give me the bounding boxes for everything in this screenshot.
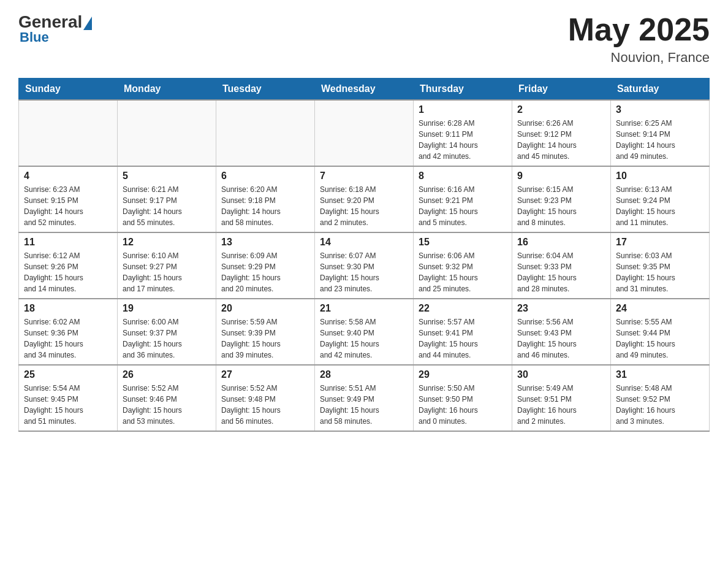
day-number: 30: [517, 369, 605, 380]
page-header: General Blue May 2025 Nouvion, France: [18, 12, 710, 66]
day-number: 16: [517, 237, 605, 248]
table-row: 24Sunrise: 5:55 AMSunset: 9:44 PMDayligh…: [611, 299, 710, 365]
table-row: 1Sunrise: 6:28 AMSunset: 9:11 PMDaylight…: [414, 100, 512, 166]
day-info: Sunrise: 6:26 AMSunset: 9:12 PMDaylight:…: [517, 118, 605, 162]
col-thursday: Thursday: [414, 79, 512, 101]
table-row: 14Sunrise: 6:07 AMSunset: 9:30 PMDayligh…: [315, 232, 414, 299]
day-info: Sunrise: 6:09 AMSunset: 9:29 PMDaylight:…: [221, 250, 309, 294]
day-info: Sunrise: 6:16 AMSunset: 9:21 PMDaylight:…: [419, 184, 507, 228]
table-row: 18Sunrise: 6:02 AMSunset: 9:36 PMDayligh…: [19, 299, 118, 365]
day-number: 4: [24, 170, 112, 182]
day-number: 11: [24, 237, 112, 248]
table-row: 3Sunrise: 6:25 AMSunset: 9:14 PMDaylight…: [611, 100, 710, 166]
day-number: 14: [320, 237, 408, 248]
table-row: 31Sunrise: 5:48 AMSunset: 9:52 PMDayligh…: [611, 365, 710, 431]
day-number: 9: [517, 170, 605, 182]
table-row: 29Sunrise: 5:50 AMSunset: 9:50 PMDayligh…: [414, 365, 512, 431]
day-number: 17: [616, 237, 704, 248]
table-row: 21Sunrise: 5:58 AMSunset: 9:40 PMDayligh…: [315, 299, 414, 365]
day-number: 1: [419, 104, 507, 115]
col-friday: Friday: [512, 79, 611, 101]
month-year-title: May 2025: [568, 12, 710, 47]
day-info: Sunrise: 6:25 AMSunset: 9:14 PMDaylight:…: [616, 118, 704, 162]
day-number: 5: [123, 170, 211, 182]
day-number: 7: [320, 170, 408, 182]
table-row: 25Sunrise: 5:54 AMSunset: 9:45 PMDayligh…: [19, 365, 118, 431]
table-row: 17Sunrise: 6:03 AMSunset: 9:35 PMDayligh…: [611, 232, 710, 299]
day-info: Sunrise: 5:49 AMSunset: 9:51 PMDaylight:…: [517, 383, 605, 427]
table-row: 8Sunrise: 6:16 AMSunset: 9:21 PMDaylight…: [414, 166, 512, 232]
day-info: Sunrise: 5:58 AMSunset: 9:40 PMDaylight:…: [320, 316, 408, 361]
table-row: 27Sunrise: 5:52 AMSunset: 9:48 PMDayligh…: [216, 365, 315, 431]
day-info: Sunrise: 6:04 AMSunset: 9:33 PMDaylight:…: [517, 250, 605, 294]
day-info: Sunrise: 6:07 AMSunset: 9:30 PMDaylight:…: [320, 250, 408, 294]
day-info: Sunrise: 6:28 AMSunset: 9:11 PMDaylight:…: [419, 118, 507, 162]
day-info: Sunrise: 5:59 AMSunset: 9:39 PMDaylight:…: [221, 316, 309, 361]
day-info: Sunrise: 6:20 AMSunset: 9:18 PMDaylight:…: [221, 184, 309, 228]
day-info: Sunrise: 5:51 AMSunset: 9:49 PMDaylight:…: [320, 383, 408, 427]
table-row: 22Sunrise: 5:57 AMSunset: 9:41 PMDayligh…: [414, 299, 512, 365]
calendar-table: Sunday Monday Tuesday Wednesday Thursday…: [18, 78, 710, 432]
col-saturday: Saturday: [611, 79, 710, 101]
day-info: Sunrise: 5:52 AMSunset: 9:48 PMDaylight:…: [221, 383, 309, 427]
day-number: 25: [24, 369, 112, 380]
location-subtitle: Nouvion, France: [568, 50, 710, 66]
day-number: 10: [616, 170, 704, 182]
day-info: Sunrise: 5:56 AMSunset: 9:43 PMDaylight:…: [517, 316, 605, 361]
table-row: 4Sunrise: 6:23 AMSunset: 9:15 PMDaylight…: [19, 166, 118, 232]
day-info: Sunrise: 6:12 AMSunset: 9:26 PMDaylight:…: [24, 250, 112, 294]
table-row: 23Sunrise: 5:56 AMSunset: 9:43 PMDayligh…: [512, 299, 611, 365]
logo: General Blue: [18, 12, 92, 45]
day-number: 23: [517, 303, 605, 314]
col-wednesday: Wednesday: [315, 79, 414, 101]
day-info: Sunrise: 6:15 AMSunset: 9:23 PMDaylight:…: [517, 184, 605, 228]
table-row: 10Sunrise: 6:13 AMSunset: 9:24 PMDayligh…: [611, 166, 710, 232]
day-info: Sunrise: 5:52 AMSunset: 9:46 PMDaylight:…: [123, 383, 211, 427]
day-number: 8: [419, 170, 507, 182]
table-row: 15Sunrise: 6:06 AMSunset: 9:32 PMDayligh…: [414, 232, 512, 299]
day-number: 19: [123, 303, 211, 314]
table-row: 16Sunrise: 6:04 AMSunset: 9:33 PMDayligh…: [512, 232, 611, 299]
day-number: 6: [221, 170, 309, 182]
day-number: 3: [616, 104, 704, 115]
calendar-header-row: Sunday Monday Tuesday Wednesday Thursday…: [19, 79, 710, 101]
table-row: [19, 100, 118, 166]
table-row: 13Sunrise: 6:09 AMSunset: 9:29 PMDayligh…: [216, 232, 315, 299]
table-row: 9Sunrise: 6:15 AMSunset: 9:23 PMDaylight…: [512, 166, 611, 232]
calendar-week-row: 4Sunrise: 6:23 AMSunset: 9:15 PMDaylight…: [19, 166, 710, 232]
day-info: Sunrise: 6:03 AMSunset: 9:35 PMDaylight:…: [616, 250, 704, 294]
day-number: 18: [24, 303, 112, 314]
day-number: 28: [320, 369, 408, 380]
day-info: Sunrise: 5:55 AMSunset: 9:44 PMDaylight:…: [616, 316, 704, 361]
day-info: Sunrise: 6:00 AMSunset: 9:37 PMDaylight:…: [123, 316, 211, 361]
day-number: 21: [320, 303, 408, 314]
table-row: 28Sunrise: 5:51 AMSunset: 9:49 PMDayligh…: [315, 365, 414, 431]
day-info: Sunrise: 5:57 AMSunset: 9:41 PMDaylight:…: [419, 316, 507, 361]
day-info: Sunrise: 6:18 AMSunset: 9:20 PMDaylight:…: [320, 184, 408, 228]
table-row: 12Sunrise: 6:10 AMSunset: 9:27 PMDayligh…: [118, 232, 216, 299]
logo-blue: Blue: [20, 29, 49, 45]
table-row: 7Sunrise: 6:18 AMSunset: 9:20 PMDaylight…: [315, 166, 414, 232]
day-info: Sunrise: 6:10 AMSunset: 9:27 PMDaylight:…: [123, 250, 211, 294]
day-number: 12: [123, 237, 211, 248]
calendar-week-row: 18Sunrise: 6:02 AMSunset: 9:36 PMDayligh…: [19, 299, 710, 365]
col-sunday: Sunday: [19, 79, 118, 101]
table-row: 6Sunrise: 6:20 AMSunset: 9:18 PMDaylight…: [216, 166, 315, 232]
calendar-week-row: 11Sunrise: 6:12 AMSunset: 9:26 PMDayligh…: [19, 232, 710, 299]
day-number: 26: [123, 369, 211, 380]
day-number: 15: [419, 237, 507, 248]
day-number: 20: [221, 303, 309, 314]
table-row: 30Sunrise: 5:49 AMSunset: 9:51 PMDayligh…: [512, 365, 611, 431]
table-row: [315, 100, 414, 166]
title-section: May 2025 Nouvion, France: [568, 12, 710, 66]
day-info: Sunrise: 5:50 AMSunset: 9:50 PMDaylight:…: [419, 383, 507, 427]
table-row: [216, 100, 315, 166]
day-number: 31: [616, 369, 704, 380]
day-info: Sunrise: 6:21 AMSunset: 9:17 PMDaylight:…: [123, 184, 211, 228]
table-row: 5Sunrise: 6:21 AMSunset: 9:17 PMDaylight…: [118, 166, 216, 232]
day-info: Sunrise: 6:23 AMSunset: 9:15 PMDaylight:…: [24, 184, 112, 228]
calendar-week-row: 1Sunrise: 6:28 AMSunset: 9:11 PMDaylight…: [19, 100, 710, 166]
table-row: [118, 100, 216, 166]
calendar-week-row: 25Sunrise: 5:54 AMSunset: 9:45 PMDayligh…: [19, 365, 710, 431]
table-row: 11Sunrise: 6:12 AMSunset: 9:26 PMDayligh…: [19, 232, 118, 299]
